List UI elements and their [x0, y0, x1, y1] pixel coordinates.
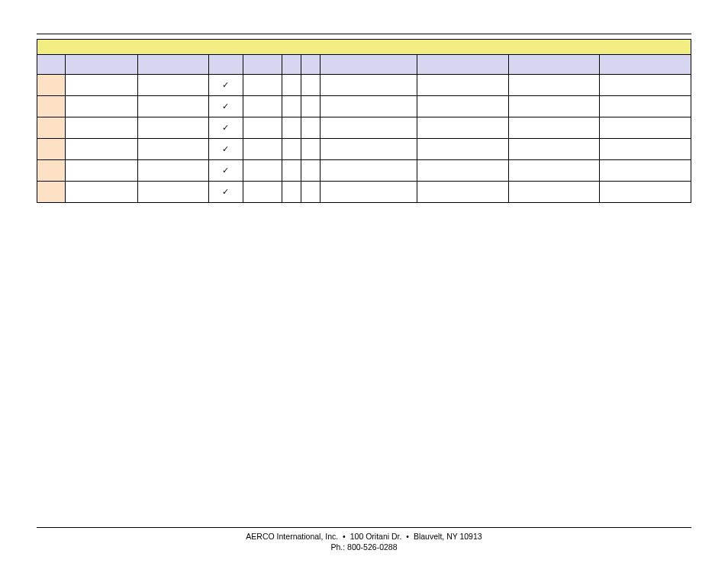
cell: ✓ — [208, 117, 243, 139]
check-icon: ✓ — [222, 166, 229, 175]
th-10 — [600, 55, 691, 75]
cell — [320, 182, 417, 203]
table-title — [37, 40, 691, 55]
check-icon: ✓ — [222, 187, 229, 196]
cell — [508, 160, 599, 182]
cell — [282, 117, 301, 139]
cell — [508, 182, 599, 203]
table-row: ✓ — [37, 182, 691, 203]
footer-company: AERCO International, Inc. — [246, 532, 338, 541]
table-header-row — [37, 55, 691, 75]
th-4 — [243, 55, 282, 75]
cell — [301, 96, 321, 117]
cell — [600, 96, 691, 117]
cell — [137, 139, 208, 160]
cell — [301, 117, 321, 139]
cell — [37, 117, 66, 139]
cell — [137, 75, 208, 96]
cell — [320, 160, 417, 182]
cell — [282, 160, 301, 182]
cell — [320, 139, 417, 160]
cell: ✓ — [208, 75, 243, 96]
table-title-row — [37, 40, 691, 55]
cell: ✓ — [208, 182, 243, 203]
cell — [417, 160, 508, 182]
check-icon: ✓ — [222, 80, 229, 89]
cell — [508, 139, 599, 160]
cell — [243, 139, 282, 160]
cell — [417, 182, 508, 203]
cell — [66, 117, 138, 139]
dot-icon: • — [404, 532, 411, 541]
footer-phone: Ph.: 800-526-0288 — [331, 542, 398, 552]
th-7 — [320, 55, 417, 75]
cell — [301, 75, 321, 96]
footer-rule — [37, 527, 691, 528]
cell: ✓ — [208, 96, 243, 117]
th-9 — [508, 55, 599, 75]
th-6 — [301, 55, 321, 75]
cell — [282, 139, 301, 160]
cell — [508, 96, 599, 117]
table-row: ✓ — [37, 160, 691, 182]
cell — [37, 182, 66, 203]
cell — [243, 182, 282, 203]
cell — [66, 160, 138, 182]
table-row: ✓ — [37, 117, 691, 139]
cell — [66, 182, 138, 203]
cell: ✓ — [208, 139, 243, 160]
cell — [301, 182, 321, 203]
cell — [137, 182, 208, 203]
cell — [301, 139, 321, 160]
cell — [243, 117, 282, 139]
cell — [417, 117, 508, 139]
th-8 — [417, 55, 508, 75]
table-row: ✓ — [37, 96, 691, 117]
cell — [37, 160, 66, 182]
check-icon: ✓ — [222, 123, 229, 132]
dot-icon: • — [340, 532, 348, 541]
cell — [282, 96, 301, 117]
cell — [37, 139, 66, 160]
cell — [320, 96, 417, 117]
footer-city: Blauvelt, NY 10913 — [414, 532, 482, 541]
cell — [301, 160, 321, 182]
cell — [417, 75, 508, 96]
cell — [282, 75, 301, 96]
cell — [243, 96, 282, 117]
table-row: ✓ — [37, 75, 691, 96]
cell — [243, 75, 282, 96]
footer-line-1: AERCO International, Inc. • 100 Oritani … — [0, 531, 728, 542]
page-content: ✓ ✓ ✓ — [0, 0, 728, 203]
cell — [37, 75, 66, 96]
cell — [243, 160, 282, 182]
cell — [600, 182, 691, 203]
cell — [66, 75, 138, 96]
cell — [600, 117, 691, 139]
cell — [417, 139, 508, 160]
cell — [66, 96, 138, 117]
cell — [37, 96, 66, 117]
cell — [600, 139, 691, 160]
page-footer: AERCO International, Inc. • 100 Oritani … — [0, 527, 728, 552]
cell — [66, 139, 138, 160]
cell — [600, 75, 691, 96]
cell — [320, 117, 417, 139]
cell — [417, 96, 508, 117]
cell — [600, 160, 691, 182]
th-2 — [137, 55, 208, 75]
cell — [137, 117, 208, 139]
table-row: ✓ — [37, 139, 691, 160]
th-5 — [282, 55, 301, 75]
th-3 — [208, 55, 243, 75]
parts-table: ✓ ✓ ✓ — [37, 39, 691, 203]
th-1 — [66, 55, 138, 75]
check-icon: ✓ — [222, 144, 229, 153]
cell — [320, 75, 417, 96]
check-icon: ✓ — [222, 101, 229, 111]
th-0 — [37, 55, 66, 75]
top-rule — [37, 34, 691, 34]
cell — [137, 160, 208, 182]
footer-line-2: Ph.: 800-526-0288 — [0, 542, 728, 552]
cell — [508, 117, 599, 139]
